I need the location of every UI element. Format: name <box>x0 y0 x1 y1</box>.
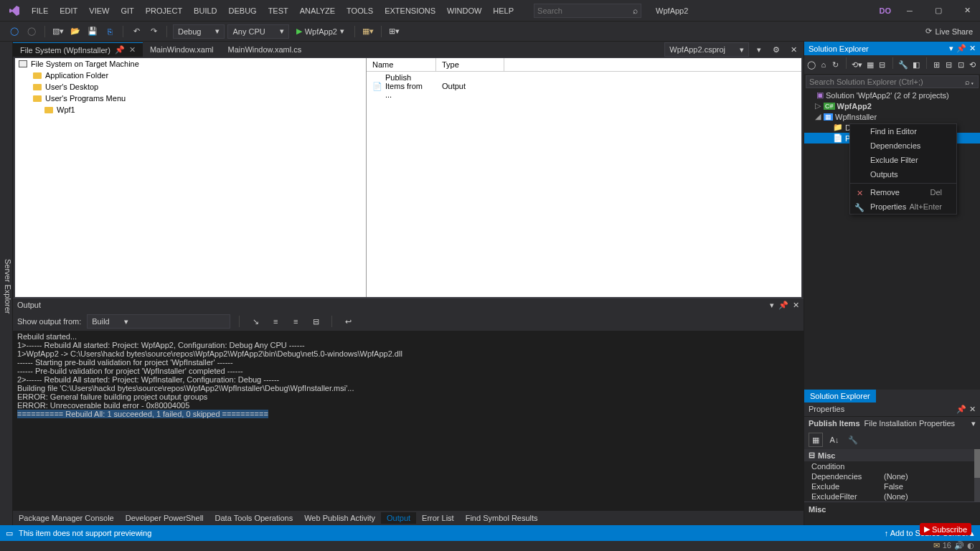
solution-root[interactable]: ▣ Solution 'WpfApp2' (2 of 2 projects) <box>804 90 980 100</box>
scrollbar-thumb[interactable] <box>974 449 980 478</box>
wrap-icon[interactable]: ↩ <box>341 314 355 329</box>
tool-icon-2[interactable]: ⊞▾ <box>387 24 402 39</box>
close-icon[interactable]: ✕ <box>969 405 976 414</box>
scrollbar[interactable] <box>974 449 980 501</box>
pin-icon[interactable]: 📌 <box>778 301 788 310</box>
tree-item[interactable]: User's Desktop <box>15 81 366 93</box>
forward-icon[interactable]: ◯ <box>24 24 39 39</box>
open-icon[interactable]: 📂 <box>68 24 83 39</box>
server-explorer-rail[interactable]: Server Explorer <box>0 42 13 525</box>
document-tab[interactable]: MainWindow.xaml.cs <box>221 42 309 57</box>
refresh-icon[interactable]: ⟲▾ <box>852 57 862 72</box>
project-node[interactable]: ◢ ▦ WpfInstaller <box>804 111 980 122</box>
bottom-tab[interactable]: Data Tools Operations <box>209 512 299 524</box>
menu-extensions[interactable]: EXTENSIONS <box>379 4 441 18</box>
start-debug-button[interactable]: ▶ WpfApp2▾ <box>292 27 349 36</box>
bottom-tab[interactable]: Output <box>381 512 416 524</box>
tray-icon[interactable]: ◐ <box>967 541 974 550</box>
list-row[interactable]: 📄Publish Items from ... Output <box>367 72 801 100</box>
properties-object[interactable]: Publish Items File Installation Properti… <box>804 416 980 430</box>
column-name[interactable]: Name <box>367 58 436 71</box>
tab-close-all-icon[interactable]: ✕ <box>786 42 801 57</box>
tree-root[interactable]: File System on Target Machine <box>15 58 366 70</box>
prev-icon[interactable]: ≡ <box>268 314 283 329</box>
property-row[interactable]: ExcludeFilter(None) <box>804 491 980 501</box>
tool-icon-1[interactable]: ▦▾ <box>361 24 375 39</box>
file-list[interactable]: Name Type 📄Publish Items from ... Output <box>367 58 801 297</box>
column-type[interactable]: Type <box>436 58 504 71</box>
output-source-combo[interactable]: Build▾ <box>87 314 230 329</box>
search-box[interactable]: ⌕ <box>534 4 641 18</box>
maximize-button[interactable]: ▢ <box>928 4 948 18</box>
config-combo[interactable]: Debug▾ <box>173 24 225 39</box>
save-icon[interactable]: 💾 <box>85 24 100 39</box>
nav-combo[interactable]: WpfApp2.csproj▾ <box>664 42 749 57</box>
prop-icon[interactable]: 🔧 <box>898 57 908 72</box>
save-all-icon[interactable]: ⎘ <box>103 24 117 39</box>
alpha-icon[interactable]: A↓ <box>827 433 842 447</box>
bottom-tab[interactable]: Developer PowerShell <box>120 512 209 524</box>
new-project-icon[interactable]: ▧▾ <box>51 24 65 39</box>
document-tab[interactable]: File System (WpfInstaller)📌✕ <box>13 42 143 57</box>
menu-build[interactable]: BUILD <box>188 4 222 18</box>
menu-test[interactable]: TEST <box>263 4 294 18</box>
user-badge[interactable]: DO <box>880 6 892 15</box>
tree-item[interactable]: Application Folder <box>15 70 366 81</box>
menu-project[interactable]: PROJECT <box>140 4 188 18</box>
menu-window[interactable]: WINDOW <box>441 4 487 18</box>
categorized-icon[interactable]: ▦ <box>809 433 823 447</box>
wrench-icon[interactable]: 🔧 <box>846 433 860 447</box>
undo-icon[interactable]: ↶ <box>129 24 143 39</box>
platform-combo[interactable]: Any CPU▾ <box>227 24 288 39</box>
search-input[interactable] <box>537 6 623 15</box>
close-icon[interactable]: ✕ <box>969 44 976 53</box>
property-row[interactable]: ExcludeFalse <box>804 481 980 491</box>
properties-grid[interactable]: ⊟Misc ConditionDependencies(None)Exclude… <box>804 449 980 501</box>
tab-options-icon[interactable]: ▾ <box>752 42 766 57</box>
context-menu-item[interactable]: Exclude Filter <box>850 153 956 167</box>
menu-tools[interactable]: TOOLS <box>341 4 379 18</box>
context-menu-item[interactable]: ✕RemoveDel <box>850 185 956 199</box>
close-button[interactable]: ✕ <box>957 4 977 18</box>
tree-item[interactable]: User's Programs Menu <box>15 93 366 104</box>
solution-explorer-tab[interactable]: Solution Explorer <box>804 390 876 402</box>
menu-debug[interactable]: DEBUG <box>223 4 263 18</box>
subscribe-badge[interactable]: ▶ Subscribe <box>920 523 971 535</box>
context-menu-item[interactable]: 🔧PropertiesAlt+Enter <box>850 199 956 214</box>
pin-icon[interactable]: 📌 <box>956 44 966 53</box>
pin-icon[interactable]: 📌 <box>956 405 966 414</box>
property-row[interactable]: Dependencies(None) <box>804 471 980 481</box>
back-icon[interactable]: ◯ <box>7 24 22 39</box>
home-icon[interactable]: ◯ <box>807 57 816 72</box>
view2-icon[interactable]: ⊟ <box>944 57 953 72</box>
home2-icon[interactable]: ⌂ <box>819 57 829 72</box>
view1-icon[interactable]: ⊞ <box>933 57 942 72</box>
close-icon[interactable]: ✕ <box>129 45 136 55</box>
context-menu-item[interactable]: Outputs <box>850 167 956 182</box>
clear-icon[interactable]: ⊟ <box>308 314 323 329</box>
bottom-tab[interactable]: Error List <box>416 512 460 524</box>
context-menu-item[interactable]: Find in Editor <box>850 124 956 138</box>
view3-icon[interactable]: ⊡ <box>956 57 966 72</box>
redo-icon[interactable]: ↷ <box>146 24 161 39</box>
goto-icon[interactable]: ↘ <box>248 314 263 329</box>
dropdown-icon[interactable]: ▾ <box>949 44 953 53</box>
file-system-tree[interactable]: File System on Target Machine Applicatio… <box>15 58 367 297</box>
view4-icon[interactable]: ⟲ <box>968 57 977 72</box>
next-icon[interactable]: ≡ <box>288 314 303 329</box>
bottom-tab[interactable]: Find Symbol Results <box>460 512 544 524</box>
menu-file[interactable]: FILE <box>26 4 54 18</box>
close-icon[interactable]: ✕ <box>793 301 799 310</box>
menu-analyze[interactable]: ANALYZE <box>294 4 341 18</box>
project-node[interactable]: ▷ C# WpfApp2 <box>804 100 980 111</box>
context-menu-item[interactable]: Dependencies <box>850 138 956 153</box>
minimize-button[interactable]: ─ <box>900 4 920 18</box>
preview-icon[interactable]: ◧ <box>911 57 920 72</box>
sync-icon[interactable]: ↻ <box>831 57 840 72</box>
tray-icon[interactable]: ✉ <box>933 541 940 550</box>
show-all-icon[interactable]: ▦ <box>865 57 875 72</box>
menu-view[interactable]: VIEW <box>83 4 115 18</box>
menu-edit[interactable]: EDIT <box>54 4 83 18</box>
collapse-icon[interactable]: ⊟ <box>877 57 887 72</box>
category-misc[interactable]: ⊟Misc <box>804 449 980 461</box>
